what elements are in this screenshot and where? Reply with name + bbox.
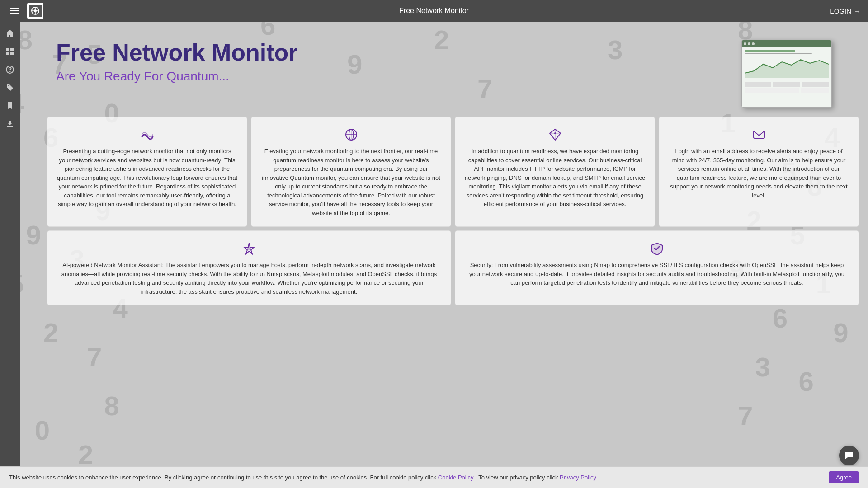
- main-content: Free Network Monitor Are You Ready For Q…: [20, 0, 868, 318]
- hero-image: [741, 40, 841, 108]
- svg-rect-0: [10, 8, 19, 9]
- diamond-icon: [464, 128, 646, 141]
- privacy-policy-link[interactable]: Privacy Policy: [560, 474, 596, 481]
- menu-button[interactable]: [7, 4, 22, 18]
- cookie-bar-text: This website uses cookies to enhance the…: [9, 474, 825, 481]
- hero-section: Free Network Monitor Are You Ready For Q…: [20, 22, 868, 117]
- sidebar-item-download[interactable]: [2, 116, 18, 132]
- agree-button[interactable]: Agree: [829, 471, 859, 483]
- sidebar-item-home[interactable]: [2, 25, 18, 42]
- hero-subtitle: Are You Ready For Quantum...: [56, 69, 732, 84]
- card-network-monitor-text: Presenting a cutting-edge network monito…: [57, 147, 238, 209]
- svg-rect-9: [10, 48, 14, 51]
- sidebar-item-help[interactable]: [2, 61, 18, 78]
- card-api: In addition to quantum readiness, we hav…: [455, 117, 655, 227]
- svg-point-13: [10, 71, 10, 72]
- svg-rect-10: [6, 52, 9, 55]
- card-security-text: Security: From vulnerability assessments…: [464, 261, 849, 287]
- card-network-monitor: Presenting a cutting-edge network monito…: [47, 117, 247, 227]
- nav-title: Free Network Monitor: [399, 7, 469, 15]
- svg-rect-8: [6, 48, 9, 51]
- svg-point-19: [554, 132, 556, 134]
- globe-icon: [260, 128, 442, 141]
- top-navigation: Free Network Monitor LOGIN →: [0, 0, 868, 22]
- sidebar-item-dashboard[interactable]: [2, 43, 18, 60]
- card-alerts-text: Login with an email address to receive a…: [668, 147, 849, 200]
- svg-point-21: [247, 247, 251, 250]
- shield-icon: [464, 242, 849, 255]
- card-quantum-text: Elevating your network monitoring to the…: [260, 147, 442, 217]
- sidebar: [0, 22, 20, 488]
- hero-title: Free Network Monitor: [56, 40, 732, 66]
- svg-rect-1: [10, 10, 19, 11]
- card-ai-assistant: AI-powered Network Monitor Assistant: Th…: [47, 230, 451, 305]
- cards-row-2: AI-powered Network Monitor Assistant: Th…: [47, 230, 859, 305]
- sidebar-item-tags[interactable]: [2, 80, 18, 96]
- svg-rect-14: [7, 126, 13, 127]
- card-ai-text: AI-powered Network Monitor Assistant: Th…: [57, 261, 442, 296]
- card-quantum: Elevating your network monitoring to the…: [251, 117, 451, 227]
- card-alerts: Login with an email address to receive a…: [659, 117, 859, 227]
- sidebar-item-bookmarks[interactable]: [2, 98, 18, 114]
- svg-rect-2: [10, 13, 19, 14]
- feature-cards: Presenting a cutting-edge network monito…: [20, 117, 868, 318]
- hero-text: Free Network Monitor Are You Ready For Q…: [56, 40, 732, 84]
- login-button[interactable]: LOGIN →: [830, 7, 861, 15]
- cookie-bar: This website uses cookies to enhance the…: [0, 466, 868, 488]
- logo: [27, 3, 43, 19]
- cards-row-1: Presenting a cutting-edge network monito…: [47, 117, 859, 227]
- wave-icon: [57, 128, 238, 141]
- cookie-policy-link[interactable]: Cookie Policy: [438, 474, 474, 481]
- star-icon: [57, 242, 442, 255]
- mail-icon: [668, 128, 849, 141]
- svg-rect-11: [10, 52, 14, 55]
- card-api-text: In addition to quantum readiness, we hav…: [464, 147, 646, 209]
- chat-button[interactable]: [839, 446, 859, 465]
- card-security: Security: From vulnerability assessments…: [455, 230, 859, 305]
- hero-screenshot: [741, 40, 832, 108]
